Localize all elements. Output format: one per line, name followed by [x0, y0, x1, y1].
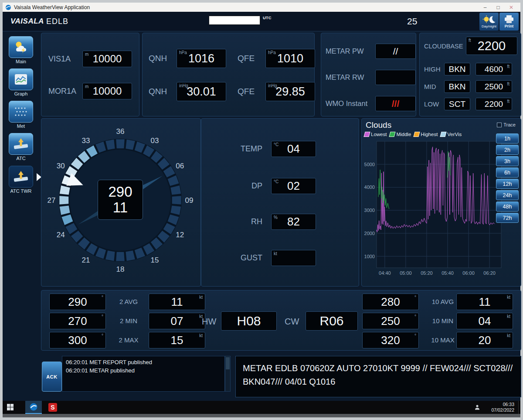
legend-label-lowest: Lowest	[371, 132, 387, 137]
high-height-unit: ft	[507, 64, 509, 69]
print-button[interactable]: Print	[499, 13, 519, 31]
taskbar-s-app[interactable]: S	[44, 401, 61, 414]
trace-checkbox-box[interactable]	[497, 123, 502, 127]
sidebar-label-met: Met	[3, 123, 39, 129]
deg-unit: °	[414, 314, 416, 319]
svg-text:1000: 1000	[364, 254, 375, 259]
svg-text:33: 33	[82, 137, 90, 145]
day-night-button[interactable]: Day/night	[479, 13, 499, 31]
taskbar-weatherview-app[interactable]	[25, 401, 42, 414]
wind-10max-speed-box: kt20	[456, 332, 513, 348]
graph-button-tile[interactable]	[9, 68, 33, 90]
message-log[interactable]: 06:20:01 MET REPORT published 06:20:01 M…	[62, 356, 225, 392]
cloud-layer-mid: MID BKN ft2500	[424, 80, 512, 93]
wind-2avg-label: 2 AVG	[110, 298, 147, 305]
taskbar-clock[interactable]: 06:33 07/02/2022	[491, 402, 514, 413]
log-scrollbar-thumb[interactable]	[226, 357, 230, 369]
time-range-72h[interactable]: 72h	[496, 213, 519, 223]
qfe-inhg-unit: inHg	[268, 83, 277, 88]
app-header: VAISALA EDLB UTC 25 Day/night Print	[3, 12, 520, 31]
low-height: 2200	[485, 99, 503, 109]
qfe-hpa-unit: hPa	[268, 50, 276, 55]
wind-10avg-dir-box: °280	[362, 294, 419, 310]
high-height-box: ft4600	[475, 63, 512, 75]
wind-compass-panel: 360306091215182124273033 290 11	[41, 118, 201, 287]
gust-value-box: kt	[271, 250, 316, 266]
kt-unit: kt	[199, 295, 203, 300]
crosswind-label: CW	[285, 317, 299, 327]
runway-number: 25	[407, 16, 417, 27]
sidebar-item-atc-twr[interactable]: ATC TWR	[3, 166, 39, 194]
time-range-12h[interactable]: 12h	[496, 179, 519, 189]
close-button[interactable]: ✕	[505, 4, 518, 10]
wind-2max-speed: 15	[171, 334, 183, 347]
sidebar-item-met[interactable]: Met	[3, 101, 39, 129]
start-button[interactable]	[7, 404, 14, 412]
metar-report-box: METAR EDLB 070620Z AUTO 27010KT 9999 // …	[235, 356, 521, 397]
wind-2min-speed-box: kt07	[149, 313, 205, 329]
wind-2max-speed-box: kt15	[149, 332, 205, 348]
wind-2min-dir: 270	[68, 314, 87, 328]
wind-2avg-speed-box: kt11	[149, 294, 205, 310]
log-scrollbar[interactable]	[225, 356, 231, 392]
atc-button-tile[interactable]	[9, 133, 33, 155]
wind-10max-speed: 20	[479, 334, 491, 347]
day-night-label: Day/night	[482, 24, 496, 28]
graph-icon	[14, 74, 27, 85]
sidebar-label-atc-twr: ATC TWR	[3, 188, 39, 194]
vis1a-value: 10000	[93, 53, 122, 65]
sidebar-item-graph[interactable]: Graph	[3, 68, 39, 96]
qfe-inhg-label: QFE	[238, 87, 259, 96]
people-icon[interactable]	[474, 404, 480, 412]
time-range-3h[interactable]: 3h	[496, 156, 519, 166]
main-button-tile[interactable]	[9, 36, 33, 58]
time-range-1h[interactable]: 1h	[496, 133, 519, 143]
time-range-48h[interactable]: 48h	[496, 201, 519, 212]
svg-text:18: 18	[116, 265, 125, 273]
app-icon	[5, 4, 11, 10]
middle-swatch-icon	[389, 132, 396, 137]
deg-unit: °	[102, 333, 103, 338]
log-line: 06:20:01 METAR published	[66, 367, 221, 375]
cloudbase-label: CLOUDBASE	[424, 43, 463, 50]
metar-report-text: METAR EDLB 070620Z AUTO 27010KT 9999 // …	[243, 363, 513, 386]
dp-value-box: °C02	[271, 178, 316, 194]
clouds-chart: 1000200030004000500004:4005:0005:2005:40…	[363, 137, 504, 285]
svg-text:36: 36	[116, 127, 125, 136]
trace-checkbox[interactable]: Trace	[497, 122, 516, 127]
qnh-hpa-label: QNH	[149, 54, 170, 63]
sidebar-item-atc[interactable]: ATC	[3, 133, 39, 161]
wind-2avg-dir-box: °290	[49, 294, 106, 310]
mor1a-value: 10000	[93, 85, 122, 97]
ack-button[interactable]: ACK	[42, 362, 62, 392]
svg-text:2000: 2000	[364, 231, 375, 236]
time-range-2h[interactable]: 2h	[496, 145, 519, 155]
print-label: Print	[505, 24, 514, 28]
legend-label-highest: Highest	[421, 132, 438, 137]
dp-unit: °C	[274, 179, 278, 184]
wind-10min-speed-box: kt04	[456, 313, 513, 329]
atc-twr-button-tile[interactable]	[9, 166, 33, 188]
time-range-6h[interactable]: 6h	[496, 167, 519, 178]
met-button-tile[interactable]	[9, 101, 33, 123]
utc-time-display	[209, 16, 260, 25]
cloud-layer-high: HIGH BKN ft4600	[424, 63, 512, 75]
wind-2max-label: 2 MAX	[110, 336, 147, 344]
sidebar-item-main[interactable]: Main	[3, 36, 39, 64]
deg-unit: °	[102, 314, 103, 319]
qnh-inhg-unit: inHg	[179, 83, 188, 88]
time-range-24h[interactable]: 24h	[496, 190, 519, 200]
runway-arrow-icon	[13, 137, 29, 150]
legend-label-vervis: VerVis	[447, 132, 462, 137]
maximize-button[interactable]: □	[492, 4, 505, 10]
svg-text:06: 06	[176, 162, 184, 170]
low-amount: SCT	[449, 99, 465, 109]
show-desktop-button[interactable]	[518, 401, 520, 414]
svg-text:15: 15	[151, 256, 159, 264]
crosswind-value: R06	[319, 314, 343, 328]
metar-status-panel: METAR PW // METAR RW WMO Instant ///	[321, 33, 416, 116]
qfe-hpa-label: QFE	[238, 54, 259, 63]
minimize-button[interactable]: –	[479, 4, 492, 10]
trace-label: Trace	[503, 122, 516, 127]
qnh-inhg-box: inHg 30.01	[177, 82, 226, 101]
